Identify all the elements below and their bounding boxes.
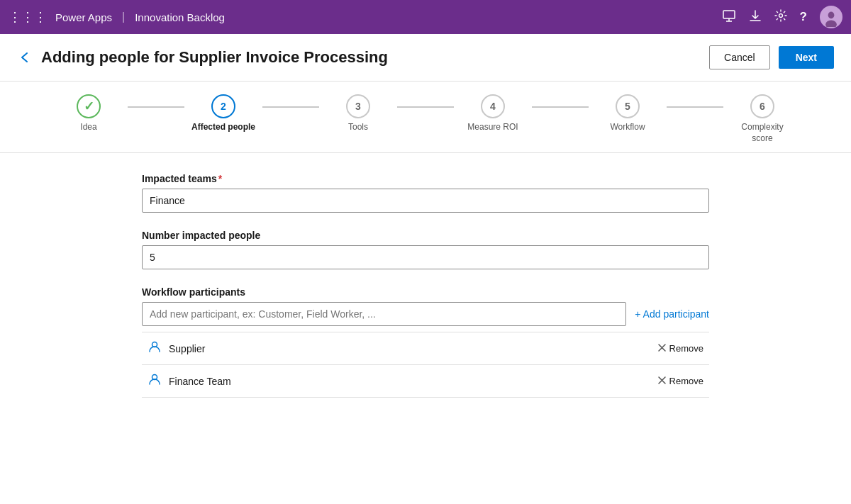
step-connector [397, 106, 454, 108]
step-affected-people[interactable]: 2Affected people [184, 94, 262, 133]
page-title: Adding people for Supplier Invoice Proce… [41, 48, 701, 67]
number-impacted-input[interactable] [142, 245, 709, 269]
number-impacted-group: Number impacted people [142, 230, 709, 269]
participant-item: SupplierRemove [142, 332, 709, 365]
add-participant-button[interactable]: + Add participant [635, 308, 709, 320]
step-complexity-score: 6Complexity score [723, 94, 801, 144]
user-avatar[interactable] [820, 6, 842, 28]
step-circle-affected-people: 2 [211, 94, 235, 118]
nav-separator: | [122, 11, 125, 23]
svg-point-6 [828, 12, 835, 19]
step-label-tools: Tools [348, 122, 368, 133]
workflow-participants-group: Workflow participants + Add participant … [142, 286, 709, 398]
svg-point-4 [779, 14, 782, 18]
monitor-icon[interactable] [722, 9, 736, 26]
remove-label: Remove [669, 376, 703, 386]
participant-name: Supplier [169, 343, 650, 354]
step-label-affected-people: Affected people [191, 122, 255, 133]
step-connector [128, 106, 184, 108]
remove-x-icon [657, 343, 667, 354]
step-circle-idea: ✓ [77, 94, 101, 118]
step-connector [667, 106, 723, 108]
app-name: Power Apps [55, 11, 112, 23]
required-indicator: * [218, 173, 222, 184]
remove-x-icon [657, 376, 667, 387]
number-impacted-label: Number impacted people [142, 230, 709, 241]
next-button[interactable]: Next [779, 46, 834, 69]
step-workflow: 5Workflow [589, 94, 667, 133]
participant-item: Finance TeamRemove [142, 365, 709, 398]
remove-label: Remove [669, 343, 703, 354]
step-label-idea: Idea [80, 122, 96, 133]
svg-rect-0 [723, 11, 735, 18]
topnav-actions: ? [722, 6, 842, 28]
step-connector [532, 106, 589, 108]
participant-person-icon [148, 372, 162, 390]
step-circle-complexity-score: 6 [750, 94, 774, 118]
back-button[interactable] [17, 50, 33, 65]
remove-participant-button[interactable]: Remove [657, 376, 703, 387]
top-navigation: ⋮⋮⋮ Power Apps | Innovation Backlog ? [0, 0, 851, 34]
grid-icon[interactable]: ⋮⋮⋮ [9, 9, 47, 25]
step-label-complexity-score: Complexity score [730, 122, 794, 144]
step-circle-tools: 3 [346, 94, 370, 118]
participant-name: Finance Team [169, 376, 650, 387]
participant-list: SupplierRemoveFinance TeamRemove [142, 332, 709, 398]
workflow-participants-label: Workflow participants [142, 286, 709, 298]
remove-participant-button[interactable]: Remove [657, 343, 703, 354]
stepper: ✓Idea2Affected people3Tools4Measure ROI5… [0, 82, 851, 153]
step-idea[interactable]: ✓Idea [50, 94, 128, 133]
form-content: Impacted teams* Number impacted people W… [0, 153, 851, 435]
step-label-workflow: Workflow [610, 122, 645, 133]
impacted-teams-input[interactable] [142, 189, 709, 213]
help-icon[interactable]: ? [800, 10, 807, 24]
step-circle-measure-roi: 4 [481, 94, 505, 118]
settings-icon[interactable] [774, 9, 787, 25]
step-connector [262, 106, 319, 108]
impacted-teams-label: Impacted teams* [142, 173, 709, 184]
step-measure-roi: 4Measure ROI [454, 94, 532, 133]
participant-input[interactable] [142, 302, 626, 326]
step-circle-workflow: 5 [616, 94, 640, 118]
cancel-button[interactable]: Cancel [709, 45, 770, 69]
project-name: Innovation Backlog [135, 11, 225, 23]
page-header: Adding people for Supplier Invoice Proce… [0, 34, 851, 82]
step-tools: 3Tools [319, 94, 397, 133]
participant-person-icon [148, 340, 162, 357]
participant-input-row: + Add participant [142, 302, 709, 326]
step-label-measure-roi: Measure ROI [467, 122, 518, 133]
download-icon[interactable] [749, 9, 762, 25]
impacted-teams-group: Impacted teams* [142, 173, 709, 213]
